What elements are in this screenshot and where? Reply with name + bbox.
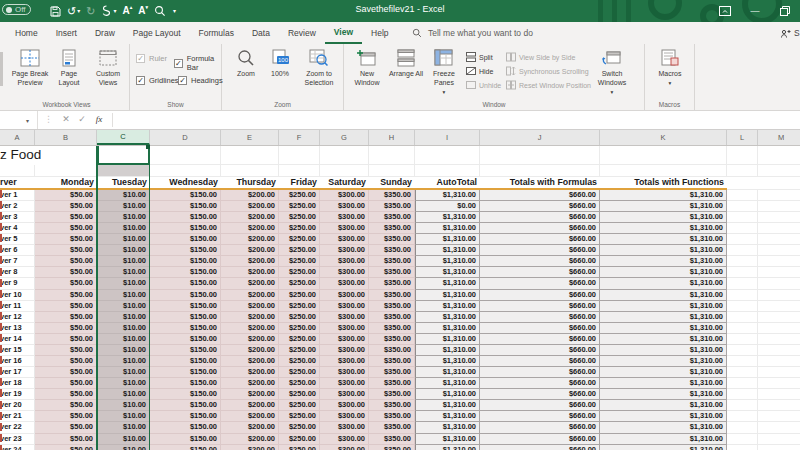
cell[interactable] [758,165,800,177]
cell[interactable]: $10.00 [97,301,150,312]
cell[interactable]: $1,310.00 [600,301,727,312]
cell[interactable]: $350.00 [369,378,415,389]
cell[interactable]: $350.00 [369,312,415,323]
cell[interactable] [727,434,758,445]
cell[interactable]: $150.00 [150,301,221,312]
cell[interactable]: $150.00 [150,422,221,433]
cell[interactable] [758,223,800,234]
cell[interactable]: $250.00 [279,245,320,256]
cell[interactable]: $1,310.00 [415,434,480,445]
table-header-cell[interactable] [758,177,800,190]
cell[interactable]: $200.00 [221,256,279,267]
cell[interactable]: $200.00 [221,234,279,245]
row-label-cell[interactable]: ver 5 [0,234,35,245]
table-header-cell[interactable]: Monday [35,177,97,190]
cell[interactable]: $300.00 [320,445,369,450]
cell[interactable] [727,411,758,422]
cell[interactable]: $200.00 [221,422,279,433]
cell[interactable]: $150.00 [150,367,221,378]
cell[interactable]: $150.00 [150,434,221,445]
row-label-cell[interactable]: ver 24 [0,445,35,450]
cell[interactable]: $1,310.00 [415,445,480,450]
gridlines-checkbox[interactable]: ✓Gridlines [136,76,179,85]
cell[interactable]: $350.00 [369,367,415,378]
minimize-button[interactable]: — [740,0,770,22]
row-label-cell[interactable]: ver 11 [0,301,35,312]
cell[interactable]: $350.00 [369,389,415,400]
cell[interactable]: $200.00 [221,223,279,234]
cell[interactable] [758,190,800,201]
cell[interactable] [727,245,758,256]
cell[interactable] [727,422,758,433]
cell[interactable]: $660.00 [480,212,600,223]
cell[interactable]: $150.00 [150,356,221,367]
cell[interactable]: $350.00 [369,301,415,312]
cell[interactable] [727,267,758,278]
tab-data[interactable]: Data [243,22,279,44]
tab-view[interactable]: View [325,22,362,44]
cell[interactable]: $150.00 [150,278,221,289]
cell[interactable] [35,146,97,165]
column-header-I[interactable]: I [415,130,480,145]
cell[interactable] [758,212,800,223]
cell[interactable] [758,201,800,212]
cell[interactable]: $250.00 [279,334,320,345]
cell[interactable]: $350.00 [369,400,415,411]
cell[interactable]: $50.00 [35,367,97,378]
cell[interactable]: $200.00 [221,212,279,223]
cell[interactable]: $1,310.00 [415,290,480,301]
row-label-cell[interactable]: ver 6 [0,245,35,256]
cell[interactable]: $150.00 [150,323,221,334]
insert-function-button[interactable]: fx [93,114,105,124]
row-label-cell[interactable]: ver 16 [0,356,35,367]
column-header-M[interactable]: M [758,130,800,145]
tab-review[interactable]: Review [279,22,325,44]
cell[interactable] [727,290,758,301]
cell[interactable]: $10.00 [97,278,150,289]
cell[interactable] [727,301,758,312]
cell[interactable]: $1,310.00 [415,301,480,312]
cell[interactable] [727,345,758,356]
cell[interactable]: $350.00 [369,290,415,301]
cell[interactable]: $1,310.00 [415,367,480,378]
new-window-button[interactable]: New Window [348,47,386,88]
column-header-F[interactable]: F [279,130,320,145]
cell[interactable]: $660.00 [480,301,600,312]
cell[interactable] [150,165,221,177]
selection-handle[interactable] [146,145,151,150]
cell[interactable]: $300.00 [320,301,369,312]
cell[interactable] [727,212,758,223]
row-label-cell[interactable]: ver 21 [0,411,35,422]
cell[interactable] [480,165,600,177]
column-header-K[interactable]: K [600,130,727,145]
headings-checkbox[interactable]: ✓Headings [178,76,223,85]
cell[interactable]: $1,310.00 [600,212,727,223]
tab-home[interactable]: Home [6,22,47,44]
cell[interactable] [727,201,758,212]
cell[interactable]: $50.00 [35,256,97,267]
cell[interactable]: $10.00 [97,245,150,256]
cell[interactable]: $300.00 [320,212,369,223]
table-header-cell[interactable]: AutoTotal [415,177,480,190]
cell[interactable]: $250.00 [279,256,320,267]
row-label-cell[interactable]: ver 3 [0,212,35,223]
cell[interactable]: $660.00 [480,422,600,433]
cell[interactable]: $250.00 [279,434,320,445]
cell[interactable]: $350.00 [369,334,415,345]
column-header-B[interactable]: B [35,130,97,145]
row-label-cell[interactable]: ver 12 [0,312,35,323]
cell[interactable]: $1,310.00 [415,190,480,201]
cell[interactable]: $10.00 [97,400,150,411]
cell[interactable]: $660.00 [480,434,600,445]
column-header-G[interactable]: G [320,130,369,145]
cell[interactable]: $10.00 [97,356,150,367]
cell[interactable]: $150.00 [150,400,221,411]
cell[interactable]: $1,310.00 [600,445,727,450]
cell[interactable]: $660.00 [480,223,600,234]
cell[interactable]: $250.00 [279,400,320,411]
cell[interactable] [758,422,800,433]
cell[interactable]: $50.00 [35,278,97,289]
table-header-cell[interactable]: Friday [279,177,320,190]
cell[interactable]: $250.00 [279,422,320,433]
cell[interactable]: $1,310.00 [600,422,727,433]
